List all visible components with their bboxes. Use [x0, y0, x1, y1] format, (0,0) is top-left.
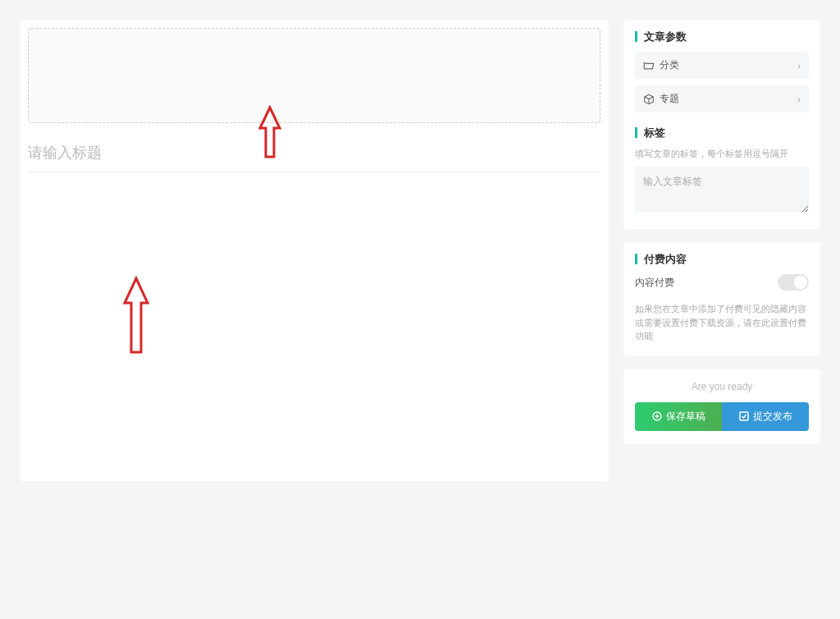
tags-input[interactable]	[635, 167, 809, 213]
content-editor[interactable]	[28, 172, 600, 460]
publish-button-label: 提交发布	[753, 410, 792, 424]
article-params-card: 文章参数 分类 › 专题	[623, 20, 820, 229]
editor-panel	[20, 20, 609, 481]
sidebar: 文章参数 分类 › 专题	[623, 20, 820, 599]
paid-toggle-label: 内容付费	[635, 276, 674, 290]
section-title-params: 文章参数	[635, 31, 809, 42]
section-title-paid: 付费内容	[635, 254, 809, 264]
circle-plus-icon	[652, 411, 662, 421]
section-title-tags: 标签	[635, 127, 809, 138]
title-input[interactable]	[28, 140, 600, 172]
check-icon	[739, 411, 749, 421]
toggle-knob	[794, 276, 807, 289]
save-draft-button[interactable]: 保存草稿	[635, 402, 722, 431]
media-dropzone[interactable]	[28, 28, 600, 123]
save-button-label: 保存草稿	[666, 410, 705, 424]
ready-text: Are you ready	[635, 381, 809, 392]
svg-rect-1	[740, 412, 748, 420]
paid-toggle[interactable]	[778, 274, 809, 291]
annotation-arrow-up	[253, 103, 286, 161]
topic-label: 专题	[660, 92, 679, 106]
category-select[interactable]: 分类 ›	[635, 52, 809, 79]
tags-hint: 填写文章的标签，每个标签用逗号隔开	[635, 148, 809, 160]
cube-icon	[643, 94, 655, 105]
chevron-right-icon: ›	[797, 61, 801, 71]
folder-icon	[643, 60, 655, 71]
category-label: 分类	[660, 58, 679, 72]
actions-card: Are you ready 保存草稿 提交发布	[623, 369, 820, 444]
publish-button[interactable]: 提交发布	[722, 402, 809, 431]
paid-hint: 如果您在文章中添加了付费可见的隐藏内容或需要设置付费下载资源，请在此设置付费功能	[635, 302, 809, 343]
topic-select[interactable]: 专题 ›	[635, 85, 809, 112]
chevron-right-icon: ›	[797, 94, 801, 104]
annotation-arrow-up	[120, 274, 153, 356]
paid-content-card: 付费内容 内容付费 如果您在文章中添加了付费可见的隐藏内容或需要设置付费下载资源…	[623, 242, 820, 356]
